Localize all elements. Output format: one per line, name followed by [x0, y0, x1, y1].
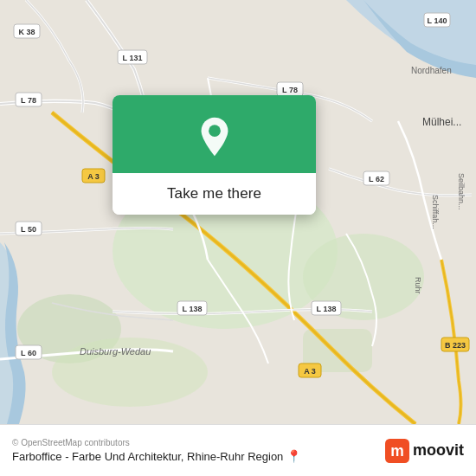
svg-text:L 78: L 78 — [282, 86, 298, 94]
svg-text:L 131: L 131 — [123, 54, 143, 62]
popup-header — [113, 95, 316, 173]
svg-text:K 38: K 38 — [18, 28, 35, 36]
svg-text:Ruhr: Ruhr — [414, 277, 422, 294]
svg-text:L 138: L 138 — [183, 305, 203, 313]
location-emoji-icon: 📍 — [286, 449, 301, 463]
svg-text:L 60: L 60 — [21, 349, 36, 357]
svg-text:Seilbahn...: Seilbahn... — [457, 173, 466, 210]
location-pin-icon — [194, 116, 235, 158]
svg-text:Duisburg-Wedau: Duisburg-Wedau — [80, 346, 151, 357]
take-me-there-button[interactable]: Take me there — [113, 173, 316, 215]
svg-text:L 78: L 78 — [21, 96, 36, 105]
location-popup: Take me there — [113, 95, 316, 215]
svg-point-38 — [209, 125, 221, 137]
svg-text:Nordhafen: Nordhafen — [411, 66, 452, 75]
map-container: A 3 A 3 L 131 L 78 K 38 L 78 L 140 L 62 — [0, 0, 476, 424]
svg-text:L 140: L 140 — [428, 16, 447, 25]
location-name: Farboffice - Farbe Und Architektur, Rhin… — [12, 450, 283, 463]
moovit-logo: m moovit — [385, 439, 464, 463]
svg-text:L 138: L 138 — [317, 305, 337, 313]
svg-text:A 3: A 3 — [87, 172, 100, 181]
bottom-bar-info: © OpenStreetMap contributors Farboffice … — [12, 438, 301, 463]
svg-text:A 3: A 3 — [304, 367, 316, 376]
svg-text:B 223: B 223 — [445, 341, 466, 350]
svg-text:L 50: L 50 — [21, 225, 36, 234]
svg-text:Schiffah...: Schiffah... — [431, 195, 440, 229]
moovit-icon: m — [385, 439, 409, 463]
copyright-text: © OpenStreetMap contributors — [12, 438, 301, 447]
moovit-label: moovit — [413, 441, 464, 460]
bottom-bar: © OpenStreetMap contributors Farboffice … — [0, 424, 476, 476]
svg-text:Mülhei...: Mülhei... — [422, 116, 461, 128]
svg-text:m: m — [390, 442, 404, 460]
svg-text:L 62: L 62 — [369, 175, 384, 183]
